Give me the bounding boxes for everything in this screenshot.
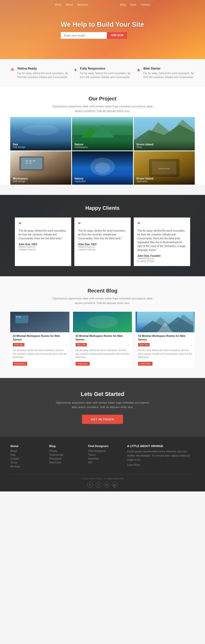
footer-link-pressbook[interactable]: Pressbook [49,457,83,460]
blog-meta-2: New, Tab ↗ [76,343,130,347]
feature-retina-desc: Far far away, behind the word mountains,… [17,71,68,79]
hero-form: JOIN NOW [61,32,144,39]
feature-starter: ★ Web Starter Far far away, behind the w… [137,67,195,79]
project-green1[interactable]: Green Island Shop [134,117,195,150]
footer-link-testimonials[interactable]: Testimonials [49,453,83,456]
nav-blog[interactable]: Blog [120,3,126,6]
projects-section: Our Project Dignissimos asperiores vitae… [0,87,205,185]
blog-title: Recent Blog [15,288,190,294]
footer-bottom: © 2015 Free HTML5. All Rights Reserved. … [10,474,195,488]
project-green2[interactable]: Handmade Green Island Application [134,151,195,185]
footer-link-api[interactable]: API [88,461,122,464]
blog-post-1: 43 Minimal Workspace Rooms for Web Savvy… [10,312,69,368]
testimonial-3-author: John Doe, Founder [137,254,187,257]
footer: About About Help Contact Terms Meetups B… [0,437,205,491]
nav-services[interactable]: Services [77,3,88,6]
sea-overlay: Sea Web Design [10,141,71,150]
share-icon-2: ↗ [127,344,129,347]
nav-brand[interactable]: ORANGE. [96,3,112,7]
join-button[interactable]: JOIN NOW [107,32,127,39]
svg-rect-13 [29,160,32,162]
nav-tools[interactable]: Tools [130,3,136,6]
blog-tag-3: New, Tab [138,343,150,346]
svg-rect-12 [26,160,28,162]
blog-post-3: 43 Minimal Workspace Rooms for Web Savvy… [136,312,195,368]
blog-grid: 43 Minimal Workspace Rooms for Web Savvy… [10,312,195,368]
project-nature1[interactable]: Nature Photography [72,117,133,150]
footer-about-text: Facilis ipsum reprehenderit nemo molesti… [127,450,195,462]
footer-link-meetups[interactable]: Meetups [10,465,44,468]
footer-link-terms[interactable]: Terms [10,461,44,464]
footer-link-helpdesk[interactable]: Help Desk [49,461,83,464]
nav-about[interactable]: About [66,3,73,6]
read-more-3[interactable]: Read More [138,362,152,366]
green1-title: Green Island [136,143,192,146]
footer-link-advertise[interactable]: Advertise [88,457,122,460]
cta-desc: Dignissimos asperiores vitae velit venia… [54,401,151,410]
blog-desc: Dignissimos asperiores vitae velit venia… [49,296,156,305]
feature-responsive: ✦ Fully Responsive Far far away, behind … [74,67,132,79]
svg-rect-15 [26,163,28,164]
nav-links-left: Work About Services [55,3,88,6]
read-more-2[interactable]: Read More [76,362,90,366]
footer-link-help[interactable]: Help [10,453,44,456]
project-workspace[interactable]: Workspace Web Design [10,151,71,185]
email-input[interactable] [61,32,107,39]
blog-img-2 [73,312,132,332]
projects-desc: Dignissimos asperiores vitae velit venia… [49,104,156,113]
testimonial-1: ❝ "Far far away, behind the word mountai… [15,217,71,266]
nature1-overlay: Nature Photography [72,141,133,150]
nav-contact[interactable]: Contact [140,3,150,6]
nav-work[interactable]: Work [55,3,61,6]
svg-rect-28 [19,316,21,317]
brand-text: ORANGE. [96,3,112,7]
cta-button[interactable]: GET IN TOUCH [82,415,123,424]
feature-responsive-title: Fully Responsive [80,67,132,70]
responsive-icon: ✦ [74,67,77,73]
green2-subtitle: Application [136,180,192,183]
features-section: 👁 Retina Ready Far far away, behind the … [0,59,205,87]
project-sea[interactable]: Sea Web Design [10,117,71,150]
testimonial-2-author: John Doe, CEO [78,243,127,246]
testimonials-grid: ❝ "Far far away, behind the word mountai… [8,217,197,266]
feature-starter-content: Web Starter Far far away, behind the wor… [143,67,195,79]
nav-links-right: Blog Tools Contact [120,3,150,6]
clients-title: Happy Clients [8,205,197,211]
green1-overlay: Green Island Shop [134,141,195,150]
feature-responsive-desc: Far far away, behind the word mountains,… [80,71,132,79]
projects-title: Our Project [5,96,200,102]
navigation: Work About Services ORANGE. Blog Tools C… [0,0,205,9]
footer-link-about[interactable]: About [10,450,44,452]
svg-text:Handmade: Handmade [158,167,170,170]
testimonial-3-company: FREEHTML5.co [137,257,187,260]
footer-link-find-designers[interactable]: Find Designers [88,450,122,452]
social-googleplus[interactable]: g+ [112,482,118,488]
social-facebook[interactable]: f [96,482,101,488]
footer-link-contact[interactable]: Contact [10,457,44,460]
svg-point-30 [87,316,118,328]
blog-post-1-desc: Far far away, behind the word mountains,… [13,349,67,359]
read-more-1[interactable]: Read More [13,362,27,366]
share-icon-1: ↗ [65,344,67,347]
blog-img-3 [136,312,195,332]
blog-header: Recent Blog Dignissimos asperiores vitae… [10,279,195,309]
svg-point-1 [23,125,59,135]
footer-col-blog: Blog Privacy Testimonials Pressbook Help… [49,444,83,469]
social-twitter[interactable]: 𝕏 [87,482,93,488]
footer-about-title: A LITTLE ABOUT ORANGE [127,444,195,448]
footer-learn-more[interactable]: Learn More [127,463,195,466]
blog-tag-2: New, Tab [76,343,87,346]
project-grid: Sea Web Design [10,117,195,185]
testimonial-1-role: Creative Director [18,248,68,251]
footer-col1-title: About [10,444,44,448]
blog-post-1-title: 43 Minimal Workspace Rooms for Web Savvy… [13,334,67,342]
testimonial-2-company: FREEHTML5.co [78,246,127,248]
cta-title: Lets Get Started [10,391,195,397]
testimonial-1-company: FREEHTML5.co [18,246,68,248]
footer-link-privacy[interactable]: Privacy [49,450,83,452]
social-linkedin[interactable]: in [104,482,109,488]
testimonial-2-text: "Far far away, behind the word mountains… [78,229,127,240]
project-nature2[interactable]: Nature Application [72,151,133,185]
sea-title: Sea [13,143,69,146]
footer-link-teams[interactable]: Teams [88,453,122,456]
